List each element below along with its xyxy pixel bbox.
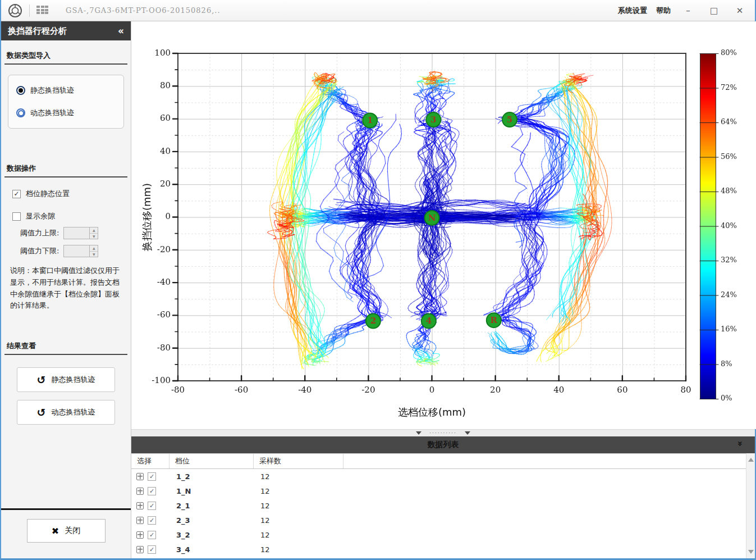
spinner-arrows[interactable]: ▲▼ <box>89 227 98 239</box>
section-rule <box>4 354 127 355</box>
threshold-lower-input[interactable]: ▲▼ <box>63 245 98 257</box>
close-panel-button[interactable]: ✖ 关闭 <box>27 519 106 543</box>
radio-label: 静态换挡轨迹 <box>30 85 74 95</box>
radio-static-trajectory[interactable]: 静态换挡轨迹 <box>16 85 116 95</box>
chart-table-splitter[interactable]: ·········· <box>131 429 755 436</box>
table-row[interactable]: ✓1_212 <box>131 469 755 484</box>
checkbox-show-clearance[interactable]: 显示余隙 <box>12 211 131 221</box>
table-body: ✓1_212✓1_N12✓2_112✓2_312✓3_212✓3_412 <box>131 469 755 557</box>
spinner-arrows[interactable]: ▲▼ <box>89 245 98 257</box>
expand-icon[interactable] <box>136 531 144 539</box>
table-row[interactable]: ✓1_N12 <box>131 484 755 498</box>
app-window: GSA-,7GA3-6MT-PT-OO6-20150826,.. 系统设置 帮助… <box>0 0 756 560</box>
titlebar-separator <box>29 4 30 17</box>
sidebar-bottom-divider <box>1 508 131 510</box>
threshold-upper-input[interactable]: ▲▼ <box>63 227 98 239</box>
threshold-upper-row: 阈值力上限: ▲▼ <box>20 227 131 239</box>
splitter-down-icon[interactable] <box>416 431 421 435</box>
grid-menu-icon[interactable] <box>36 6 49 15</box>
button-label: 动态换挡轨迹 <box>51 407 95 417</box>
table-scrollbar[interactable] <box>746 453 755 558</box>
threshold-lower-row: 阈值力下限: ▲▼ <box>20 245 131 257</box>
section-title-data-import: 数据类型导入 <box>7 51 125 61</box>
table-header-row: 选择 档位 采样数 <box>131 453 755 469</box>
close-window-button[interactable]: ✕ <box>731 6 748 16</box>
titlebar: GSA-,7GA3-6MT-PT-OO6-20150826,.. 系统设置 帮助… <box>1 0 755 21</box>
window-title: GSA-,7GA3-6MT-PT-OO6-20150826,.. <box>66 6 221 15</box>
radio-label: 动态换挡轨迹 <box>30 108 74 118</box>
gear-cell: 3_2 <box>169 531 254 539</box>
expand-icon[interactable] <box>136 517 144 524</box>
splitter-grip-dots[interactable]: ·········· <box>429 431 457 435</box>
expand-icon[interactable] <box>136 546 144 553</box>
checkbox-unchecked-icon <box>12 212 21 221</box>
radio-unselected-icon <box>16 108 25 117</box>
section-rule <box>4 63 127 65</box>
expand-icon[interactable] <box>136 502 144 509</box>
radio-dynamic-trajectory[interactable]: 动态换挡轨迹 <box>16 108 116 118</box>
close-button-label: 关闭 <box>65 526 80 536</box>
table-row[interactable]: ✓2_312 <box>131 513 755 527</box>
checkbox-checked-icon: ✓ <box>12 190 21 198</box>
sidebar-collapse-icon[interactable]: « <box>118 25 124 37</box>
minimize-button[interactable]: – <box>680 6 697 16</box>
table-row[interactable]: ✓2_112 <box>131 498 755 513</box>
sidebar: 换挡器行程分析 « 数据类型导入 静态换挡轨迹 动态换挡轨迹 数据操作 ✓ <box>1 21 131 558</box>
row-checkbox[interactable]: ✓ <box>148 545 156 554</box>
gear-cell: 2_1 <box>169 502 254 510</box>
sidebar-header: 换挡器行程分析 « <box>1 21 131 40</box>
data-list-title: 数据列表 <box>428 440 459 450</box>
refresh-icon: ↺ <box>37 406 46 418</box>
gear-cell: 1_2 <box>169 472 254 481</box>
samples-cell: 12 <box>254 516 343 525</box>
panel-collapse-chevron-icon[interactable]: « <box>735 441 745 447</box>
table-row[interactable]: ✓3_212 <box>131 527 755 542</box>
splitter-down-icon[interactable] <box>465 431 470 435</box>
expand-icon[interactable] <box>136 473 144 480</box>
samples-cell: 12 <box>254 487 343 495</box>
data-list-header[interactable]: 数据列表 « <box>131 436 755 453</box>
row-checkbox[interactable]: ✓ <box>148 516 156 525</box>
col-samples: 采样数 <box>254 454 343 468</box>
col-gear: 档位 <box>169 454 254 468</box>
samples-cell: 12 <box>254 502 343 510</box>
scroll-up-icon[interactable] <box>748 458 754 462</box>
trajectory-canvas[interactable] <box>131 21 756 429</box>
checkbox-label: 档位静态位置 <box>26 189 70 199</box>
row-checkbox[interactable]: ✓ <box>148 502 156 510</box>
scroll-down-icon[interactable] <box>748 550 754 554</box>
menu-system-settings[interactable]: 系统设置 <box>618 6 647 16</box>
col-select: 选择 <box>131 454 169 468</box>
spinner-value <box>64 245 89 257</box>
checkbox-label: 显示余隙 <box>26 211 55 221</box>
app-logo-icon <box>8 3 22 18</box>
dynamic-trajectory-button[interactable]: ↺ 动态换挡轨迹 <box>17 400 115 425</box>
refresh-icon: ↺ <box>37 374 46 386</box>
samples-cell: 12 <box>254 545 343 554</box>
threshold-note-text: 说明：本窗口中阈值过滤仅仅用于显示，不用于结果计算。报告文档中余隙值继承于【档位… <box>10 265 122 312</box>
threshold-lower-label: 阈值力下限: <box>20 246 59 256</box>
button-label: 静态换挡轨迹 <box>51 375 95 385</box>
row-checkbox[interactable]: ✓ <box>148 531 156 539</box>
data-type-radio-group: 静态换挡轨迹 动态换挡轨迹 <box>8 75 124 129</box>
row-checkbox[interactable]: ✓ <box>148 472 156 481</box>
menu-help[interactable]: 帮助 <box>656 6 671 16</box>
sidebar-title: 换挡器行程分析 <box>8 26 67 37</box>
section-title-results: 结果查看 <box>7 341 125 351</box>
trajectory-chart <box>131 21 755 429</box>
maximize-button[interactable]: □ <box>705 6 722 16</box>
spinner-value <box>64 227 89 239</box>
row-checkbox[interactable]: ✓ <box>148 487 156 495</box>
section-title-data-ops: 数据操作 <box>7 163 125 174</box>
threshold-upper-label: 阈值力上限: <box>20 228 59 238</box>
table-row[interactable]: ✓3_412 <box>131 542 755 557</box>
samples-cell: 12 <box>254 531 343 539</box>
gear-cell: 2_3 <box>169 516 254 525</box>
checkbox-gear-static-position[interactable]: ✓ 档位静态位置 <box>12 189 131 199</box>
data-table: 选择 档位 采样数 ✓1_212✓1_N12✓2_112✓2_312✓3_212… <box>131 453 755 558</box>
radio-selected-icon <box>16 86 25 95</box>
static-trajectory-button[interactable]: ↺ 静态换挡轨迹 <box>17 367 115 392</box>
expand-icon[interactable] <box>136 488 144 495</box>
samples-cell: 12 <box>254 472 343 481</box>
main-area: ·········· 数据列表 « 选择 档位 采样数 ✓1_212✓1_N12… <box>131 21 755 558</box>
